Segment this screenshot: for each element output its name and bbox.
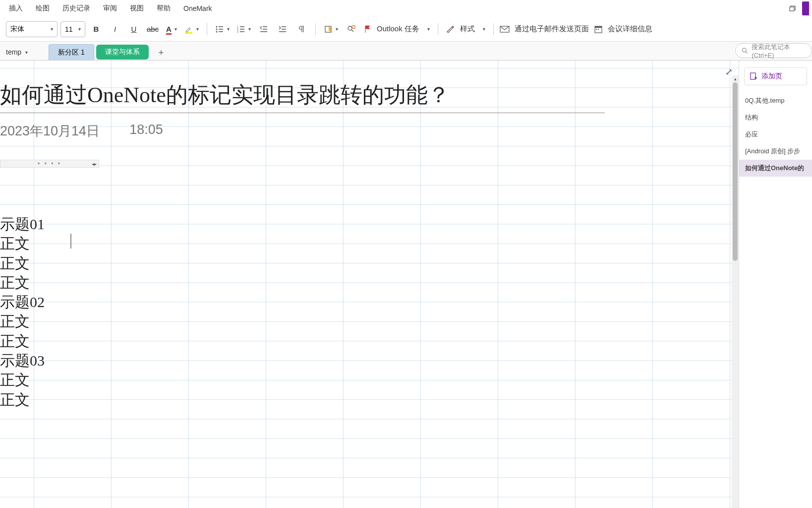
formatting-toolbar: 宋体 ▾ 11 ▾ B I U abc A ▾ ▾ ▾ 123 ▾ ▾: [0, 17, 812, 42]
drag-dots-icon: • • • •: [38, 160, 61, 167]
svg-rect-14: [263, 26, 267, 27]
font-name-select[interactable]: 宋体 ▾: [6, 21, 58, 37]
page-item-selected[interactable]: 如何通过OneNote的: [739, 160, 812, 177]
svg-point-2: [216, 26, 218, 27]
svg-rect-15: [263, 29, 267, 30]
body-line[interactable]: 正文: [0, 312, 45, 331]
font-size-select[interactable]: 11 ▾: [60, 21, 85, 37]
font-color-button[interactable]: A ▾: [164, 21, 179, 37]
search-input[interactable]: 搜索此笔记本(Ctrl+E): [735, 43, 812, 58]
scroll-thumb[interactable]: [733, 82, 738, 261]
page-item[interactable]: [Android 原创] 步步: [739, 143, 812, 160]
font-size-value: 11: [65, 25, 73, 33]
bullet-list-button[interactable]: ▾: [213, 21, 232, 37]
chevron-down-icon: ▾: [483, 26, 485, 32]
section-tab-1[interactable]: 新分区 1: [49, 44, 94, 60]
body-line[interactable]: 示题01: [0, 214, 45, 234]
italic-button[interactable]: I: [107, 21, 123, 37]
style-label: 样式: [458, 24, 477, 34]
chevron-down-icon: ▾: [227, 26, 230, 32]
menu-help[interactable]: 帮助: [151, 1, 176, 16]
page-canvas[interactable]: ⤢ ▴ 如何通过OneNote的标记实现目录跳转的功能？ 2023年10月14日…: [0, 61, 739, 508]
svg-point-21: [348, 26, 352, 30]
search-placeholder: 搜索此笔记本(Ctrl+E): [752, 43, 806, 59]
menu-draw[interactable]: 绘图: [30, 1, 56, 16]
app-brand-icon: [802, 1, 809, 15]
svg-rect-5: [219, 29, 223, 30]
body-line[interactable]: 正文: [0, 254, 45, 273]
numbered-list-button[interactable]: 123 ▾: [234, 21, 253, 37]
add-page-button[interactable]: 添加页: [744, 67, 807, 85]
svg-rect-25: [595, 26, 602, 28]
svg-rect-13: [240, 31, 244, 32]
notebook-name: temp: [6, 48, 21, 56]
svg-point-4: [216, 28, 218, 30]
page-item[interactable]: 结构: [739, 109, 812, 126]
underline-button[interactable]: U: [126, 21, 142, 37]
svg-rect-19: [279, 31, 286, 32]
add-page-label: 添加页: [761, 72, 782, 81]
envelope-icon: [500, 25, 510, 33]
section-tab-2[interactable]: 课堂与体系: [96, 45, 149, 60]
search-icon: [742, 47, 748, 54]
outdent-button[interactable]: [256, 21, 272, 37]
note-container[interactable]: • • • • ◂▸: [0, 160, 99, 168]
svg-rect-9: [240, 26, 244, 27]
menu-review[interactable]: 审阅: [97, 1, 123, 16]
page-date: 2023年10月14日: [0, 122, 100, 140]
notebook-dropdown[interactable]: temp ▾: [0, 44, 34, 60]
svg-point-28: [742, 48, 746, 52]
styles-button[interactable]: 样式 ▾: [444, 21, 487, 37]
menu-history[interactable]: 历史记录: [57, 1, 96, 16]
chevron-down-icon: ▾: [427, 26, 430, 32]
body-line[interactable]: 正文: [0, 273, 45, 292]
page-time: 18:05: [129, 122, 163, 140]
main-area: ⤢ ▴ 如何通过OneNote的标记实现目录跳转的功能？ 2023年10月14日…: [0, 61, 812, 508]
highlight-button[interactable]: ▾: [182, 21, 201, 37]
page-body[interactable]: 示题01 正文 正文 正文 示题02 正文 正文 示题03 正文 正文: [0, 214, 45, 409]
body-line[interactable]: 示题03: [0, 351, 45, 370]
body-line[interactable]: 正文: [0, 390, 45, 409]
container-handle[interactable]: • • • • ◂▸: [0, 160, 99, 168]
svg-rect-3: [219, 26, 223, 27]
window-restore-icon[interactable]: [787, 3, 797, 13]
indent-button[interactable]: [275, 21, 290, 37]
svg-rect-18: [282, 29, 286, 30]
page-title-block: 如何通过OneNote的标记实现目录跳转的功能？ 2023年10月14日 18:…: [0, 80, 605, 140]
flag-icon: [364, 25, 372, 34]
add-page-icon: [750, 72, 757, 80]
email-page-button[interactable]: 通过电子邮件发送页面: [500, 21, 591, 37]
svg-rect-0: [790, 7, 794, 11]
vertical-scrollbar[interactable]: ▴: [732, 75, 739, 508]
menu-bar: 插入 绘图 历史记录 审阅 视图 帮助 OneMark: [0, 0, 812, 17]
svg-rect-7: [219, 31, 223, 32]
body-line[interactable]: 正文: [0, 370, 45, 389]
page-item[interactable]: 0Q.其他.temp: [739, 92, 812, 109]
paragraph-button[interactable]: [293, 21, 309, 37]
menu-insert[interactable]: 插入: [3, 1, 29, 16]
svg-rect-16: [260, 31, 267, 32]
meeting-details-button[interactable]: 会议详细信息: [594, 21, 654, 37]
svg-rect-29: [751, 73, 755, 79]
strikethrough-button[interactable]: abc: [145, 21, 161, 37]
page-item[interactable]: 必应: [739, 126, 812, 143]
style-icon: [446, 25, 455, 34]
scroll-up-icon[interactable]: ▴: [732, 75, 739, 82]
menu-onemark[interactable]: OneMark: [177, 1, 218, 15]
body-line[interactable]: 正文: [0, 331, 45, 351]
font-name-value: 宋体: [10, 25, 24, 34]
meeting-label: 会议详细信息: [606, 24, 654, 34]
svg-text:3: 3: [237, 30, 238, 33]
section-tab-bar: temp ▾ 新分区 1 课堂与体系 ＋ 搜索此笔记本(Ctrl+E): [0, 42, 812, 61]
add-section-button[interactable]: ＋: [151, 44, 172, 60]
page-title[interactable]: 如何通过OneNote的标记实现目录跳转的功能？: [0, 80, 605, 110]
bold-button[interactable]: B: [88, 21, 104, 37]
page-list-sidebar: 添加页 0Q.其他.temp 结构 必应 [Android 原创] 步步 如何通…: [739, 61, 812, 508]
body-line[interactable]: 示题02: [0, 292, 45, 312]
body-line[interactable]: 正文: [0, 234, 45, 253]
tag-button[interactable]: ▾: [322, 21, 340, 37]
svg-rect-17: [282, 26, 286, 27]
outlook-tasks-button[interactable]: Outlook 任务 ▾: [362, 21, 432, 37]
menu-view[interactable]: 视图: [124, 1, 150, 16]
find-tags-button[interactable]: [343, 21, 359, 37]
